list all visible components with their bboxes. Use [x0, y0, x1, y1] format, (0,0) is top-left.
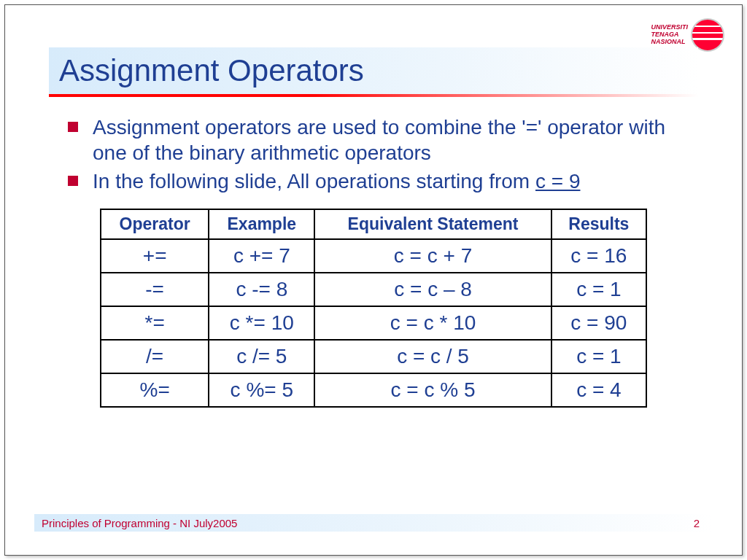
cell-eq: c = c – 8 — [314, 273, 551, 306]
cell-res: c = 16 — [551, 239, 646, 273]
slide-title: Assignment Operators — [59, 53, 364, 88]
cell-eq: c = c / 5 — [314, 340, 551, 373]
footer-bar: Principles of Programming - NI July2005 … — [34, 514, 713, 532]
col-operator: Operator — [101, 209, 209, 239]
table-row: += c += 7 c = c + 7 c = 16 — [101, 239, 646, 273]
logo-text: UNIVERSITI TENAGA NASIONAL — [651, 24, 688, 46]
title-underline — [49, 94, 698, 97]
table-row: *= c *= 10 c = c * 10 c = 90 — [101, 306, 646, 340]
cell-res: c = 4 — [551, 373, 646, 407]
slide-frame: UNIVERSITI TENAGA NASIONAL Assignment Op… — [4, 4, 743, 556]
cell-op: += — [101, 239, 209, 273]
logo-line3: NASIONAL — [651, 39, 688, 46]
bullet-list: Assignment operators are used to combine… — [63, 114, 684, 194]
cell-ex: c -= 8 — [209, 273, 314, 306]
cell-ex: c *= 10 — [209, 306, 314, 340]
page-number: 2 — [694, 517, 700, 529]
cell-eq: c = c + 7 — [314, 239, 551, 273]
bullet-text-underlined: c = 9 — [535, 170, 580, 192]
col-example: Example — [209, 209, 314, 239]
table-header-row: Operator Example Equivalent Statement Re… — [101, 209, 646, 239]
cell-op: -= — [101, 273, 209, 306]
operators-table: Operator Example Equivalent Statement Re… — [100, 209, 647, 408]
bullet-text: Assignment operators are used to combine… — [93, 116, 665, 164]
cell-op: /= — [101, 340, 209, 373]
slide-content: Assignment operators are used to combine… — [63, 114, 684, 408]
cell-eq: c = c % 5 — [314, 373, 551, 407]
cell-ex: c %= 5 — [209, 373, 314, 407]
title-bar: Assignment Operators — [49, 47, 698, 94]
table-body: += c += 7 c = c + 7 c = 16 -= c -= 8 c =… — [101, 239, 646, 407]
col-equivalent: Equivalent Statement — [314, 209, 551, 239]
bullet-item: In the following slide, All operations s… — [63, 168, 684, 194]
cell-ex: c += 7 — [209, 239, 314, 273]
cell-res: c = 1 — [551, 273, 646, 306]
col-results: Results — [551, 209, 646, 239]
table-row: /= c /= 5 c = c / 5 c = 1 — [101, 340, 646, 373]
cell-eq: c = c * 10 — [314, 306, 551, 340]
cell-res: c = 1 — [551, 340, 646, 373]
cell-op: %= — [101, 373, 209, 407]
table-row: %= c %= 5 c = c % 5 c = 4 — [101, 373, 646, 407]
footer-text: Principles of Programming - NI July2005 — [42, 517, 237, 529]
cell-res: c = 90 — [551, 306, 646, 340]
cell-op: *= — [101, 306, 209, 340]
cell-ex: c /= 5 — [209, 340, 314, 373]
table-row: -= c -= 8 c = c – 8 c = 1 — [101, 273, 646, 306]
bullet-text-prefix: In the following slide, All operations s… — [93, 170, 535, 192]
bullet-item: Assignment operators are used to combine… — [63, 114, 684, 166]
